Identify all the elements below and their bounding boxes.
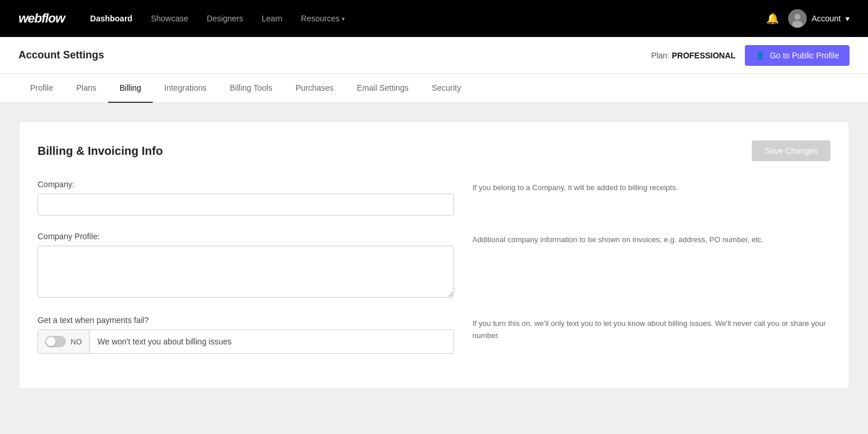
navbar-right: 🔔 Account ▾ [766,9,849,28]
tab-integrations[interactable]: Integrations [153,74,218,103]
card-header: Billing & Invoicing Info Save Changes [38,140,830,161]
toggle-hint: If you turn this on, we'll only text you… [472,316,830,342]
company-input[interactable] [38,194,454,216]
company-profile-label: Company Profile: [38,232,454,241]
toggle-knob [46,337,56,346]
person-icon: 👤 [755,51,765,60]
svg-point-1 [795,14,800,20]
text-payments-form-left: Get a text when payments fail? NO We won… [38,316,454,354]
header-bar: Account Settings Plan: PROFESSIONAL 👤 Go… [0,37,868,74]
header-right: Plan: PROFESSIONAL 👤 Go to Public Profil… [651,45,849,66]
company-form-left: Company: [38,180,454,216]
company-profile-form-left: Company Profile: [38,232,454,299]
tab-security[interactable]: Security [420,74,473,103]
tabs-bar: Profile Plans Billing Integrations Billi… [0,74,868,103]
company-profile-textarea[interactable] [38,246,454,298]
company-hint: If you belong to a Company, it will be a… [472,180,830,194]
save-changes-button[interactable]: Save Changes [752,140,830,161]
company-label: Company: [38,180,454,189]
account-chevron-icon: ▾ [845,14,849,23]
public-profile-button[interactable]: 👤 Go to Public Profile [745,45,849,66]
tab-plans[interactable]: Plans [65,74,108,103]
main-content: Billing & Invoicing Info Save Changes Co… [0,103,868,407]
company-profile-hint: Additional company information to be sho… [472,232,830,246]
company-profile-row: Company Profile: Additional company info… [38,232,830,299]
toggle-switch-wrap[interactable]: NO [38,330,90,353]
nav-showcase[interactable]: Showcase [144,9,195,28]
nav-learn[interactable]: Learn [255,9,290,28]
toggle-text: We won't text you about billing issues [90,331,454,352]
tab-billing[interactable]: Billing [108,74,153,103]
billing-card: Billing & Invoicing Info Save Changes Co… [19,121,849,389]
nav-links: Dashboard Showcase Designers Learn Resou… [83,9,767,28]
nav-resources[interactable]: Resources ▾ [294,9,352,28]
avatar [788,9,807,28]
plan-info: Plan: PROFESSIONAL [651,51,736,60]
svg-point-2 [792,21,803,28]
account-label: Account [811,14,841,23]
tab-purchases[interactable]: Purchases [284,74,345,103]
page-title: Account Settings [19,49,104,61]
toggle-row: NO We won't text you about billing issue… [38,329,454,354]
text-payments-row: Get a text when payments fail? NO We won… [38,316,830,354]
logo[interactable]: webflow [19,11,65,26]
nav-dashboard[interactable]: Dashboard [83,9,139,28]
tab-email-settings[interactable]: Email Settings [345,74,420,103]
tab-billing-tools[interactable]: Billing Tools [218,74,284,103]
chevron-down-icon: ▾ [342,16,345,22]
navbar: webflow Dashboard Showcase Designers Lea… [0,0,868,37]
billing-section-title: Billing & Invoicing Info [38,144,163,158]
toggle-no-label: NO [71,337,82,346]
toggle-switch[interactable] [45,336,66,347]
nav-designers[interactable]: Designers [200,9,250,28]
tab-profile[interactable]: Profile [19,74,65,103]
company-row: Company: If you belong to a Company, it … [38,180,830,216]
bell-icon[interactable]: 🔔 [766,12,779,25]
text-payments-label: Get a text when payments fail? [38,316,454,325]
account-button[interactable]: Account ▾ [788,9,849,28]
